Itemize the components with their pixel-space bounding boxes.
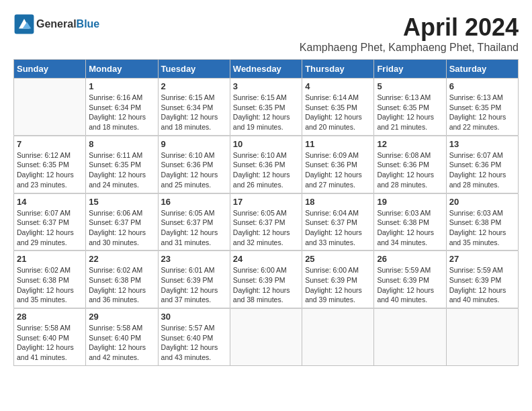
calendar-cell: 27Sunrise: 5:59 AMSunset: 6:39 PMDayligh… — [446, 250, 518, 308]
calendar-cell: 5Sunrise: 6:13 AMSunset: 6:35 PMDaylight… — [374, 79, 446, 136]
calendar-cell: 23Sunrise: 6:01 AMSunset: 6:39 PMDayligh… — [158, 250, 230, 308]
calendar-cell — [374, 308, 446, 365]
day-info: Sunrise: 6:02 AMSunset: 6:38 PMDaylight:… — [17, 265, 83, 305]
calendar-cell: 24Sunrise: 6:00 AMSunset: 6:39 PMDayligh… — [230, 250, 302, 308]
day-number: 10 — [233, 139, 299, 149]
day-info: Sunrise: 5:59 AMSunset: 6:39 PMDaylight:… — [377, 265, 443, 305]
day-info: Sunrise: 6:15 AMSunset: 6:35 PMDaylight:… — [233, 93, 299, 132]
day-info: Sunrise: 6:03 AMSunset: 6:38 PMDaylight:… — [449, 208, 515, 248]
day-info: Sunrise: 6:14 AMSunset: 6:35 PMDaylight:… — [305, 93, 371, 132]
calendar-cell: 20Sunrise: 6:03 AMSunset: 6:38 PMDayligh… — [446, 193, 518, 251]
day-number: 22 — [89, 254, 154, 264]
day-info: Sunrise: 6:04 AMSunset: 6:37 PMDaylight:… — [305, 208, 371, 248]
day-number: 29 — [89, 312, 154, 322]
header-monday: Monday — [86, 60, 158, 79]
day-number: 5 — [377, 81, 443, 91]
calendar-cell — [302, 308, 374, 365]
day-number: 21 — [17, 254, 83, 264]
day-info: Sunrise: 6:07 AMSunset: 6:37 PMDaylight:… — [17, 208, 83, 248]
day-number: 20 — [449, 197, 515, 207]
title-section: April 2024 Kamphaeng Phet, Kamphaeng Phe… — [300, 13, 519, 54]
day-number: 15 — [89, 197, 154, 207]
day-info: Sunrise: 6:00 AMSunset: 6:39 PMDaylight:… — [305, 265, 371, 305]
calendar-cell: 16Sunrise: 6:05 AMSunset: 6:37 PMDayligh… — [158, 193, 230, 251]
day-number: 18 — [305, 197, 371, 207]
calendar-cell: 18Sunrise: 6:04 AMSunset: 6:37 PMDayligh… — [302, 193, 374, 251]
calendar-cell: 22Sunrise: 6:02 AMSunset: 6:38 PMDayligh… — [86, 250, 158, 308]
calendar-cell: 11Sunrise: 6:09 AMSunset: 6:36 PMDayligh… — [302, 136, 374, 193]
day-number: 28 — [17, 312, 83, 322]
logo-general: General — [36, 18, 77, 30]
logo-icon — [13, 13, 35, 35]
calendar-cell — [14, 79, 86, 136]
calendar-cell: 15Sunrise: 6:06 AMSunset: 6:37 PMDayligh… — [86, 193, 158, 251]
day-info: Sunrise: 6:03 AMSunset: 6:38 PMDaylight:… — [377, 208, 443, 248]
calendar-cell: 28Sunrise: 5:58 AMSunset: 6:40 PMDayligh… — [14, 308, 86, 365]
calendar-cell: 1Sunrise: 6:16 AMSunset: 6:34 PMDaylight… — [86, 79, 158, 136]
header-sunday: Sunday — [14, 60, 86, 79]
header-thursday: Thursday — [302, 60, 374, 79]
header-wednesday: Wednesday — [230, 60, 302, 79]
day-info: Sunrise: 6:13 AMSunset: 6:35 PMDaylight:… — [449, 93, 515, 132]
calendar-cell: 13Sunrise: 6:07 AMSunset: 6:36 PMDayligh… — [446, 136, 518, 193]
calendar-week-2: 7Sunrise: 6:12 AMSunset: 6:35 PMDaylight… — [14, 136, 519, 193]
calendar-week-1: 1Sunrise: 6:16 AMSunset: 6:34 PMDaylight… — [14, 79, 519, 136]
calendar-cell: 14Sunrise: 6:07 AMSunset: 6:37 PMDayligh… — [14, 193, 86, 251]
calendar-cell: 19Sunrise: 6:03 AMSunset: 6:38 PMDayligh… — [374, 193, 446, 251]
day-info: Sunrise: 6:13 AMSunset: 6:35 PMDaylight:… — [377, 93, 443, 132]
day-info: Sunrise: 6:05 AMSunset: 6:37 PMDaylight:… — [233, 208, 299, 248]
header-friday: Friday — [374, 60, 446, 79]
calendar-cell: 29Sunrise: 5:58 AMSunset: 6:40 PMDayligh… — [86, 308, 158, 365]
day-info: Sunrise: 5:58 AMSunset: 6:40 PMDaylight:… — [89, 323, 154, 363]
calendar-week-4: 21Sunrise: 6:02 AMSunset: 6:38 PMDayligh… — [14, 250, 519, 308]
logo: GeneralBlue — [13, 13, 99, 35]
calendar-cell: 2Sunrise: 6:15 AMSunset: 6:34 PMDaylight… — [158, 79, 230, 136]
day-info: Sunrise: 6:02 AMSunset: 6:38 PMDaylight:… — [89, 265, 154, 305]
day-number: 9 — [161, 139, 227, 149]
day-number: 16 — [161, 197, 227, 207]
calendar-cell: 10Sunrise: 6:10 AMSunset: 6:36 PMDayligh… — [230, 136, 302, 193]
calendar-cell: 12Sunrise: 6:08 AMSunset: 6:36 PMDayligh… — [374, 136, 446, 193]
day-info: Sunrise: 5:59 AMSunset: 6:39 PMDaylight:… — [449, 265, 515, 305]
calendar-cell: 26Sunrise: 5:59 AMSunset: 6:39 PMDayligh… — [374, 250, 446, 308]
calendar-cell: 4Sunrise: 6:14 AMSunset: 6:35 PMDaylight… — [302, 79, 374, 136]
day-number: 26 — [377, 254, 443, 264]
day-number: 27 — [449, 254, 515, 264]
calendar-cell: 17Sunrise: 6:05 AMSunset: 6:37 PMDayligh… — [230, 193, 302, 251]
calendar-cell: 8Sunrise: 6:11 AMSunset: 6:35 PMDaylight… — [86, 136, 158, 193]
calendar-cell: 3Sunrise: 6:15 AMSunset: 6:35 PMDaylight… — [230, 79, 302, 136]
calendar-cell: 6Sunrise: 6:13 AMSunset: 6:35 PMDaylight… — [446, 79, 518, 136]
calendar-cell: 7Sunrise: 6:12 AMSunset: 6:35 PMDaylight… — [14, 136, 86, 193]
day-info: Sunrise: 5:57 AMSunset: 6:40 PMDaylight:… — [161, 323, 227, 363]
day-info: Sunrise: 6:10 AMSunset: 6:36 PMDaylight:… — [161, 150, 227, 190]
day-info: Sunrise: 6:08 AMSunset: 6:36 PMDaylight:… — [377, 150, 443, 190]
page-header: GeneralBlue April 2024 Kamphaeng Phet, K… — [13, 13, 519, 54]
calendar-cell: 25Sunrise: 6:00 AMSunset: 6:39 PMDayligh… — [302, 250, 374, 308]
day-number: 30 — [161, 312, 227, 322]
day-number: 17 — [233, 197, 299, 207]
day-number: 25 — [305, 254, 371, 264]
header-tuesday: Tuesday — [158, 60, 230, 79]
day-info: Sunrise: 6:05 AMSunset: 6:37 PMDaylight:… — [161, 208, 227, 248]
calendar-cell: 30Sunrise: 5:57 AMSunset: 6:40 PMDayligh… — [158, 308, 230, 365]
day-number: 8 — [89, 139, 154, 149]
day-number: 6 — [449, 81, 515, 91]
day-number: 24 — [233, 254, 299, 264]
calendar-cell: 21Sunrise: 6:02 AMSunset: 6:38 PMDayligh… — [14, 250, 86, 308]
day-number: 23 — [161, 254, 227, 264]
location-title: Kamphaeng Phet, Kamphaeng Phet, Thailand — [300, 42, 519, 54]
calendar-cell — [446, 308, 518, 365]
calendar-week-5: 28Sunrise: 5:58 AMSunset: 6:40 PMDayligh… — [14, 308, 519, 365]
day-number: 2 — [161, 81, 227, 91]
day-info: Sunrise: 6:06 AMSunset: 6:37 PMDaylight:… — [89, 208, 154, 248]
logo-blue: Blue — [77, 18, 100, 30]
day-info: Sunrise: 5:58 AMSunset: 6:40 PMDaylight:… — [17, 323, 83, 363]
day-info: Sunrise: 6:11 AMSunset: 6:35 PMDaylight:… — [89, 150, 154, 190]
day-number: 19 — [377, 197, 443, 207]
calendar-cell — [230, 308, 302, 365]
calendar-header-row: SundayMondayTuesdayWednesdayThursdayFrid… — [14, 60, 519, 79]
day-info: Sunrise: 6:16 AMSunset: 6:34 PMDaylight:… — [89, 93, 154, 132]
day-number: 3 — [233, 81, 299, 91]
day-number: 14 — [17, 197, 83, 207]
day-number: 11 — [305, 139, 371, 149]
